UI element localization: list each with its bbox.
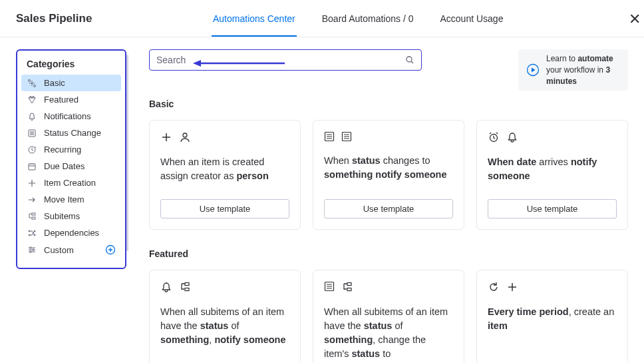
sidebar-item-label: Notifications (44, 111, 91, 121)
search-box[interactable] (149, 49, 422, 71)
list-icon (324, 281, 335, 293)
plus-icon (160, 131, 172, 143)
sidebar-item-item-creation[interactable]: Item Creation (21, 175, 121, 191)
sidebar-item-recurring[interactable]: Recurring (21, 141, 121, 158)
sidebar-item-label: Dependencies (44, 228, 99, 238)
subitems-icon (179, 281, 191, 293)
template-card-text: When date arrives notify someone (488, 155, 617, 191)
subitems-icon (27, 212, 37, 221)
search-icon (405, 55, 414, 65)
settings-icon (27, 245, 37, 254)
svg-point-0 (29, 79, 31, 81)
sidebar-item-label: Recurring (44, 145, 81, 155)
svg-point-18 (183, 133, 187, 137)
svg-point-11 (30, 247, 32, 249)
svg-rect-26 (347, 288, 351, 291)
sidebar-title: Categories (21, 56, 121, 75)
list-icon (27, 129, 37, 138)
alarm-icon (488, 131, 500, 143)
template-card-text: When all subitems of an item have the st… (160, 305, 289, 361)
plus-icon (27, 179, 37, 188)
section-title-basic: Basic (149, 99, 628, 109)
calendar-icon (27, 162, 37, 171)
template-card: When all subitems of an item have the st… (313, 270, 464, 363)
list-icon (324, 131, 335, 142)
clock-icon (27, 145, 37, 155)
template-card-text: When all subitems of an item have the st… (324, 305, 453, 361)
bell-icon (506, 131, 518, 143)
template-card: When all subitems of an item have the st… (149, 270, 301, 363)
use-template-button[interactable]: Use template (160, 199, 289, 218)
diamond-icon (27, 95, 37, 105)
svg-rect-25 (347, 283, 351, 286)
sidebar-item-featured[interactable]: Featured (21, 91, 121, 108)
bell-icon (160, 281, 172, 293)
sidebar-item-status-change[interactable]: Status Change (21, 125, 121, 141)
sidebar-item-label: Move Item (44, 194, 84, 204)
sidebar-item-custom[interactable]: Custom (21, 241, 121, 258)
svg-rect-6 (32, 217, 35, 219)
sidebar-scrollbar[interactable] (126, 55, 128, 251)
use-template-button[interactable]: Use template (324, 199, 453, 218)
tab-board-automations[interactable]: Board Automations / 0 (309, 0, 427, 37)
template-card-text: When an item is created assign creator a… (160, 155, 289, 191)
svg-point-1 (34, 85, 36, 87)
sidebar-item-move-item[interactable]: Move Item (21, 191, 121, 208)
bell-icon (27, 112, 37, 121)
sidebar-item-label: Item Creation (44, 178, 96, 188)
sidebar-item-label: Featured (44, 95, 79, 105)
sidebar-item-label: Subitems (44, 211, 80, 221)
template-card-text: When status changes to something notify … (324, 154, 453, 191)
dependencies-icon (27, 228, 37, 238)
subitems-icon (341, 281, 353, 293)
recurring-icon (488, 281, 500, 293)
svg-point-13 (30, 251, 32, 253)
template-card: Every time period, create an item (476, 270, 628, 363)
sidebar-item-basic[interactable]: Basic (21, 75, 121, 91)
list-icon (341, 131, 352, 142)
sidebar-item-subitems[interactable]: Subitems (21, 208, 121, 224)
sidebar-item-label: Status Change (44, 128, 101, 138)
sidebar-item-due-dates[interactable]: Due Dates (21, 158, 121, 175)
svg-rect-5 (32, 213, 35, 215)
header: Sales Pipeline Automations Center Board … (0, 0, 644, 37)
svg-point-12 (33, 249, 35, 251)
sidebar-item-notifications[interactable]: Notifications (21, 108, 121, 125)
template-card: When an item is created assign creator a… (149, 120, 301, 230)
svg-point-15 (406, 57, 412, 62)
sidebar-item-dependencies[interactable]: Dependencies (21, 224, 121, 241)
search-input[interactable] (156, 55, 405, 65)
add-custom-icon[interactable] (105, 244, 116, 255)
arrow-right-icon (27, 195, 37, 204)
section-title-featured: Featured (149, 248, 628, 259)
sidebar-item-label: Due Dates (44, 161, 84, 171)
learn-text: Learn to automate your workflow in 3 min… (546, 53, 620, 87)
use-template-button[interactable]: Use template (488, 199, 617, 218)
svg-rect-22 (185, 283, 189, 286)
close-icon[interactable]: ✕ (629, 12, 641, 27)
svg-rect-23 (185, 288, 189, 291)
plus-icon (506, 281, 518, 293)
sidebar-item-label: Custom (44, 245, 74, 255)
template-card: When date arrives notify someone Use tem… (476, 120, 628, 230)
svg-rect-4 (29, 164, 35, 170)
template-card-text: Every time period, create an item (488, 305, 617, 361)
basic-icon (27, 79, 37, 88)
page-title: Sales Pipeline (16, 12, 92, 25)
template-card: When status changes to something notify … (313, 120, 464, 230)
learn-box[interactable]: Learn to automate your workflow in 3 min… (518, 49, 628, 91)
play-icon (526, 63, 540, 77)
person-icon (179, 131, 191, 143)
sidebar-item-label: Basic (44, 78, 65, 88)
tabs: Automations Center Board Automations / 0… (200, 0, 516, 37)
tab-automations-center[interactable]: Automations Center (200, 0, 309, 37)
tab-account-usage[interactable]: Account Usage (427, 0, 517, 37)
sidebar: Categories Basic Featured Notifications (16, 49, 126, 269)
